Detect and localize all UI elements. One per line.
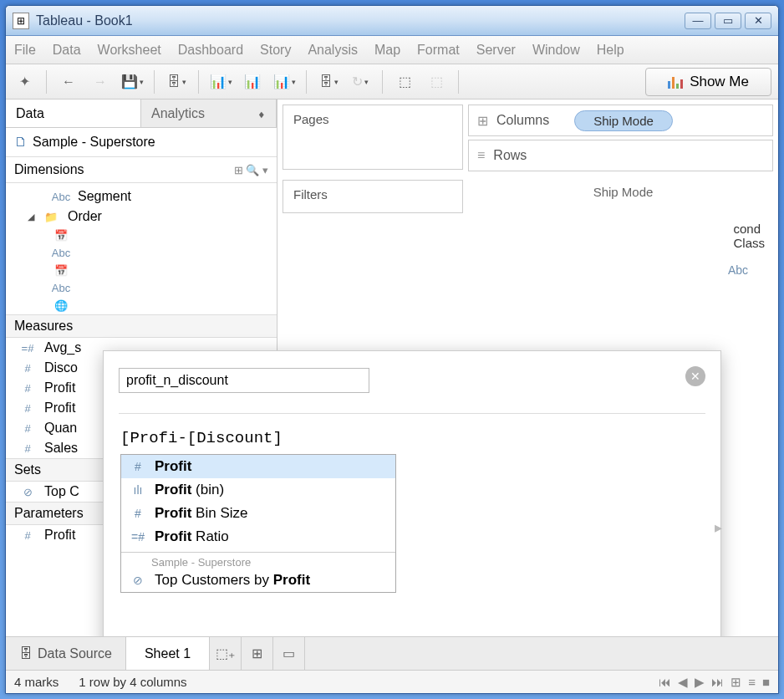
duplicate-sheet-button[interactable]: 📊 <box>241 70 264 94</box>
rows-shelf[interactable]: ≡ Rows <box>468 140 773 171</box>
field-item[interactable]: 📅 <box>6 262 277 279</box>
new-dashboard-tab-button[interactable]: ⊞ <box>242 637 273 670</box>
show-me-button[interactable]: Show Me <box>645 68 771 96</box>
sheet-tab[interactable]: Sheet 1 <box>126 637 210 670</box>
statusbar: 4 marks 1 row by 4 columns ⏮ ◀ ▶ ⏭ ⊞ ≡ ■ <box>6 670 778 693</box>
data-tab[interactable]: Data <box>6 99 141 127</box>
menu-analysis[interactable]: Analysis <box>308 43 358 58</box>
new-datasource-button[interactable]: 🗄 <box>165 70 188 94</box>
autocomplete-option-top-customers[interactable]: ⊘Top Customers by Profit <box>121 569 395 592</box>
calc-name-input[interactable] <box>119 368 369 393</box>
rows-icon: ≡ <box>477 148 485 163</box>
forward-button[interactable]: → <box>89 70 112 94</box>
field-order-folder[interactable]: ◢📁Order <box>6 207 277 227</box>
viz-abc-label: Abc <box>728 263 748 277</box>
autocomplete-option-profit-ratio[interactable]: =#Profit Ratio <box>121 525 395 548</box>
titlebar: ⊞ Tableau - Book1 — ▭ ✕ <box>6 6 778 36</box>
field-item[interactable]: 🌐 <box>6 297 277 314</box>
menu-format[interactable]: Format <box>417 43 460 58</box>
dimensions-header: Dimensions ⊞ 🔍 ▾ <box>6 157 277 183</box>
refresh-button[interactable]: ↻ <box>349 70 372 94</box>
view-grid-icon[interactable]: ⊞ <box>731 675 741 690</box>
abc-icon: Abc <box>51 191 71 203</box>
minimize-button[interactable]: — <box>685 13 711 29</box>
maximize-button[interactable]: ▭ <box>715 13 741 29</box>
new-worksheet-tab-button[interactable]: ⬚₊ <box>210 637 242 670</box>
autocomplete-option-profit[interactable]: #Profit <box>121 455 395 478</box>
measures-header: Measures <box>6 314 277 338</box>
swap-button[interactable]: 🗄 <box>317 70 340 94</box>
view-list-icon[interactable]: ≡ <box>748 675 756 690</box>
viz-column-header: Ship Mode <box>473 180 773 199</box>
nav-first-button[interactable]: ⏮ <box>659 675 671 690</box>
app-window: ⊞ Tableau - Book1 — ▭ ✕ File Data Worksh… <box>5 5 779 694</box>
window-title: Tableau - Book1 <box>36 13 133 28</box>
view-full-icon[interactable]: ■ <box>762 675 770 690</box>
autocomplete-option-profit-bin[interactable]: ılıProfit (bin) <box>121 478 395 502</box>
toolbar: ✦ ← → 💾 🗄 📊 📊 📊 🗄 ↻ ⬚ ⬚ Show Me <box>6 64 778 99</box>
field-item[interactable]: Abc <box>6 244 277 262</box>
find-field-icon[interactable]: ⊞ 🔍 ▾ <box>234 164 268 176</box>
datasource-row[interactable]: 🗋 Sample - Superstore <box>6 128 277 157</box>
set-icon: ⊘ <box>18 486 38 498</box>
viz-canvas[interactable]: Ship Mode cond Class Abc <box>473 180 773 213</box>
formula-editor[interactable]: [Profi-[Discount] <box>119 426 705 454</box>
menu-dashboard[interactable]: Dashboard <box>178 43 243 58</box>
datasource-icon: 🗋 <box>14 135 28 150</box>
menu-server[interactable]: Server <box>476 43 516 58</box>
menu-worksheet[interactable]: Worksheet <box>98 43 161 58</box>
number-icon: # <box>18 402 38 415</box>
field-item[interactable]: 📅 <box>6 227 277 244</box>
autocomplete-option-profit-bin-size[interactable]: #Profit Bin Size <box>121 502 395 525</box>
analytics-tab[interactable]: Analytics⬧ <box>141 99 277 127</box>
nav-prev-button[interactable]: ◀ <box>678 675 688 690</box>
field-segment[interactable]: AbcSegment <box>6 186 277 207</box>
menu-map[interactable]: Map <box>374 43 400 58</box>
sort-asc-button[interactable]: ⬚ <box>393 70 416 94</box>
sheet-tabs: 🗄Data Source Sheet 1 ⬚₊ ⊞ ▭ <box>6 636 778 670</box>
menu-file[interactable]: File <box>14 43 36 58</box>
menu-help[interactable]: Help <box>597 43 624 58</box>
number-icon: # <box>18 529 38 542</box>
viz-partial-col: cond Class <box>733 222 765 250</box>
close-button[interactable]: ✕ <box>745 13 771 29</box>
menu-story[interactable]: Story <box>260 43 291 58</box>
date-icon: 📅 <box>51 264 71 277</box>
save-button[interactable]: 💾 <box>120 70 144 94</box>
number-icon: # <box>18 362 38 375</box>
tableau-logo-icon[interactable]: ✦ <box>13 70 36 94</box>
autocomplete-list: #Profit ılıProfit (bin) #Profit Bin Size… <box>120 454 396 593</box>
calculated-field-dialog: ✕ [Profi-[Discount] #Profit ılıProfit (b… <box>103 350 721 636</box>
new-worksheet-button[interactable]: 📊 <box>209 70 232 94</box>
calc-number-icon: =# <box>130 530 146 543</box>
date-icon: 📅 <box>51 229 71 242</box>
pages-shelf[interactable]: Pages <box>283 105 463 170</box>
nav-next-button[interactable]: ▶ <box>695 675 705 690</box>
expand-dialog-button[interactable]: ▸ <box>715 518 722 537</box>
menubar: File Data Worksheet Dashboard Story Anal… <box>6 36 778 64</box>
back-button[interactable]: ← <box>57 70 80 94</box>
sort-desc-button[interactable]: ⬚ <box>425 70 448 94</box>
menu-data[interactable]: Data <box>53 43 81 58</box>
number-icon: # <box>130 507 146 520</box>
bin-icon: ılı <box>130 483 146 497</box>
pill-ship-mode[interactable]: Ship Mode <box>574 110 673 131</box>
field-item[interactable]: Abc <box>6 279 277 297</box>
new-story-tab-button[interactable]: ▭ <box>273 637 305 670</box>
number-icon: # <box>18 422 38 435</box>
set-icon: ⊘ <box>130 574 146 587</box>
datasource-tab[interactable]: 🗄Data Source <box>6 637 126 670</box>
nav-last-button[interactable]: ⏭ <box>711 675 724 690</box>
autocomplete-source-label: Sample - Superstore <box>121 554 395 569</box>
menu-window[interactable]: Window <box>532 43 580 58</box>
status-rowcol: 1 row by 4 columns <box>79 675 186 689</box>
app-icon: ⊞ <box>13 13 29 29</box>
calc-number-icon: =# <box>18 342 38 355</box>
status-marks: 4 marks <box>14 675 59 689</box>
close-dialog-button[interactable]: ✕ <box>685 366 705 386</box>
filters-shelf[interactable]: Filters <box>283 180 463 213</box>
datasource-icon: 🗄 <box>19 646 33 661</box>
clear-sheet-button[interactable]: 📊 <box>272 70 296 94</box>
analytics-menu-icon: ⬧ <box>257 106 266 121</box>
columns-shelf[interactable]: ⊞ Columns Ship Mode <box>468 105 773 136</box>
